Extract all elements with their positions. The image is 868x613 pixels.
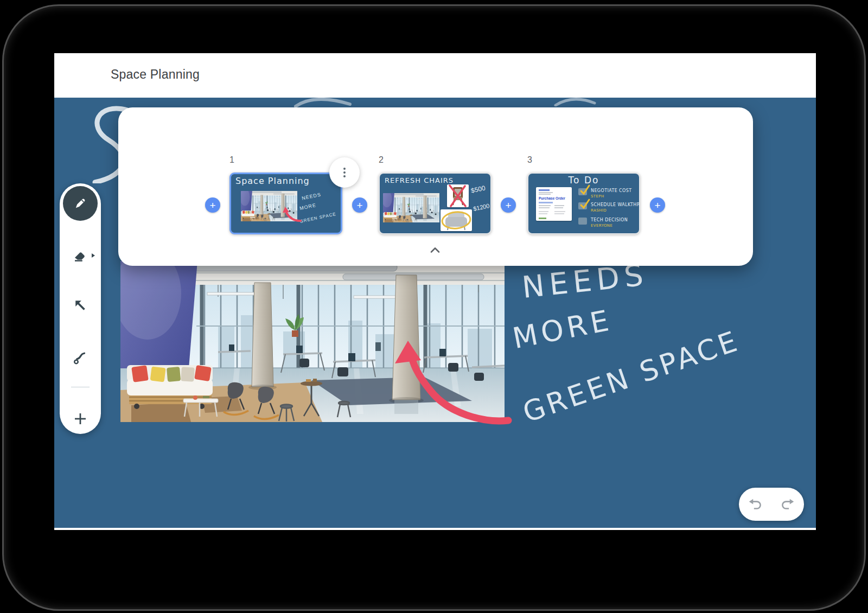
collapse-panel-button[interactable] [429, 244, 442, 257]
add-frame-button[interactable]: + [352, 197, 367, 213]
todo-label: SCHEDULE WALKTHROUGH [591, 202, 640, 207]
laser-pointer-tool-button[interactable] [72, 350, 88, 366]
add-frame-button[interactable]: + [501, 197, 516, 213]
frame-title: REFRESH CHAIRS [385, 176, 454, 184]
purchase-order-document: Purchase Order [536, 187, 572, 221]
select-tool-button[interactable] [72, 297, 88, 314]
todo-label: NEGOTIATE COST [591, 188, 632, 193]
frame-number: 1 [229, 155, 234, 165]
frame-thumbnail-2[interactable]: REFRESH CHAIRS $500 [379, 173, 492, 234]
frame-number: 2 [379, 155, 384, 165]
eraser-tool-button[interactable] [72, 247, 88, 263]
screen-bottom-strip [54, 528, 816, 530]
frame-thumbnail-1[interactable]: Space Planning NEEDS MORE GREEN SPACE [229, 173, 342, 234]
undo-button[interactable] [747, 496, 763, 513]
pen-icon [73, 196, 88, 211]
todo-assignee: EVERYONE [591, 224, 612, 228]
drawing-toolbar [60, 183, 101, 434]
frame-number: 3 [527, 155, 532, 165]
price-note: $500 [470, 184, 486, 194]
chair-image-circled [441, 209, 472, 231]
todo-assignee: STEPH [591, 194, 604, 199]
kebab-menu-icon [343, 168, 346, 177]
redo-button[interactable] [780, 496, 796, 513]
office-photo-mini [383, 193, 439, 222]
price-note: $1200 [473, 202, 490, 212]
frames-panel: 1 2 3 + + + + Space Planning NEEDS MORE … [118, 107, 753, 266]
add-frame-button[interactable]: + [205, 197, 220, 213]
tablet-screen: Space Planning [54, 53, 816, 530]
canvas-stroke-fragment [553, 98, 597, 106]
canvas-stroke-fragment [293, 98, 353, 107]
todo-label: TECH DECISION [591, 218, 628, 222]
app-bar: Space Planning [54, 53, 816, 98]
frame-title: Space Planning [235, 176, 310, 186]
whiteboard-canvas[interactable]: NEEDS MORE GREEN SPACE 1 2 3 + + + + Spa… [54, 98, 816, 528]
screenshot-root: Space Planning [0, 0, 868, 613]
pen-options-caret[interactable] [92, 201, 95, 206]
document-title: Purchase Order [539, 196, 565, 200]
history-pill [739, 488, 804, 521]
add-frame-button[interactable]: + [650, 197, 665, 213]
checkbox [578, 218, 587, 225]
frame-options-button[interactable] [329, 157, 360, 188]
chair-image-rejected [447, 184, 469, 207]
todo-assignee: RASHID [591, 208, 607, 213]
red-arrow-mini [281, 206, 303, 223]
check-icon [579, 198, 591, 210]
check-icon [579, 184, 591, 196]
add-content-button[interactable] [72, 411, 88, 427]
mini-note: NEEDS [301, 191, 321, 201]
handwritten-note: MORE [510, 303, 615, 355]
eraser-options-caret[interactable] [92, 253, 95, 258]
page-title: Space Planning [111, 67, 200, 82]
frame-thumbnail-3[interactable]: To Do Purchase Order [527, 173, 640, 234]
mini-note: GREEN SPACE [299, 212, 337, 224]
toolbar-divider [71, 387, 90, 387]
red-arrow-drawing [380, 336, 521, 434]
